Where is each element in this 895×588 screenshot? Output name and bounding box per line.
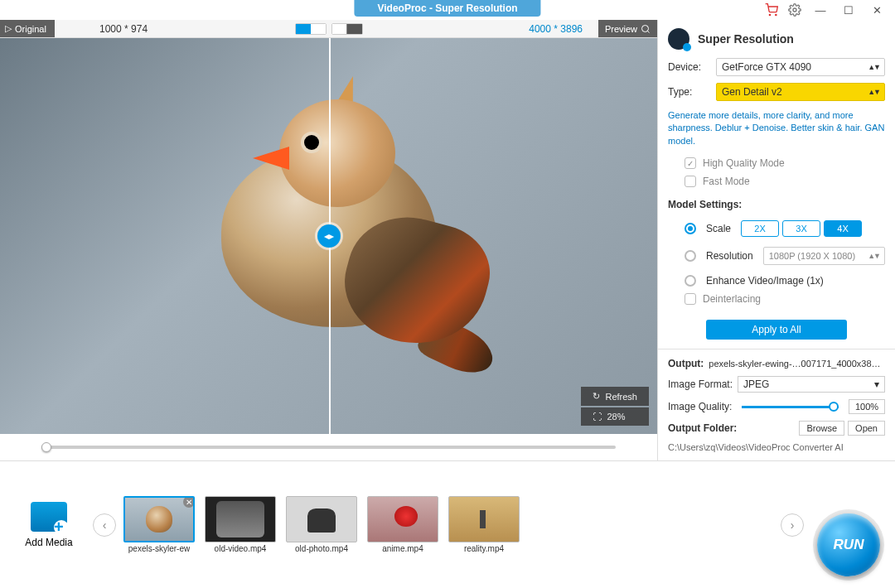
- deinterlacing-label: Deinterlacing: [703, 293, 761, 305]
- minimize-button[interactable]: —: [809, 2, 832, 18]
- svg-point-2: [793, 8, 796, 12]
- media-thumb-3[interactable]: anime.mp4: [366, 496, 439, 553]
- close-button[interactable]: ✕: [865, 2, 888, 18]
- model-settings-label: Model Settings:: [668, 199, 885, 210]
- preview-text: Preview: [605, 24, 637, 34]
- select-updown-icon: ▲▼: [868, 88, 879, 96]
- thumb-label: anime.mp4: [382, 544, 423, 553]
- quality-slider[interactable]: [742, 406, 839, 408]
- fast-mode-checkbox[interactable]: Fast Mode: [668, 176, 885, 187]
- maximize-button[interactable]: ☐: [837, 2, 860, 18]
- resolution-value: 1080P (1920 X 1080): [769, 251, 855, 261]
- split-view-toggle[interactable]: [295, 23, 327, 35]
- quality-thumb[interactable]: [829, 402, 839, 412]
- high-quality-label: High Quality Mode: [703, 157, 785, 169]
- original-text: Original: [15, 24, 46, 34]
- enhance-label: Enhance Video/Image (1x): [706, 275, 824, 287]
- seek-thumb[interactable]: [41, 442, 51, 452]
- output-filename: pexels-skyler-ewing-…007171_4000x3896.jp…: [709, 359, 885, 369]
- side-view-toggle[interactable]: [331, 23, 363, 35]
- run-button[interactable]: RUN: [817, 513, 880, 576]
- play-icon: ▷: [5, 23, 12, 34]
- svg-point-1: [776, 14, 776, 15]
- zoom-indicator[interactable]: ⛶ 28%: [581, 407, 649, 426]
- seek-track[interactable]: [41, 446, 616, 449]
- fast-mode-label: Fast Mode: [703, 176, 750, 187]
- scale-3x[interactable]: 3X: [782, 220, 820, 237]
- scale-4x[interactable]: 4X: [824, 220, 862, 237]
- type-description: Generate more details, more clarity, and…: [668, 108, 885, 151]
- svg-point-0: [769, 14, 770, 15]
- chevron-down-icon: ▾: [874, 378, 879, 390]
- high-quality-checkbox[interactable]: High Quality Mode: [668, 157, 885, 169]
- output-label: Output:: [668, 358, 704, 369]
- select-updown-icon: ▲▼: [868, 63, 879, 71]
- select-updown-icon: ▲▼: [868, 252, 879, 260]
- original-label[interactable]: ▷ Original: [0, 20, 55, 37]
- preview-label[interactable]: Preview: [598, 20, 657, 37]
- output-dimensions: 4000 * 3896: [529, 23, 583, 35]
- split-handle[interactable]: ◂▸: [317, 224, 341, 248]
- search-icon: [641, 24, 651, 34]
- quality-label: Image Quality:: [668, 401, 732, 412]
- app-title: VideoProc - Super Resolution: [354, 0, 540, 17]
- svg-point-3: [642, 25, 649, 31]
- refresh-icon: ↻: [593, 391, 600, 402]
- resolution-label: Resolution: [706, 250, 753, 262]
- thumb-close-icon[interactable]: ✕: [183, 496, 195, 508]
- add-media-icon: [31, 502, 67, 532]
- preview-canvas[interactable]: ◂▸ ↻ Refresh ⛶ 28%: [0, 38, 657, 434]
- format-label: Image Format:: [668, 378, 733, 390]
- thumbs-next[interactable]: ›: [781, 513, 804, 537]
- deinterlacing-checkbox[interactable]: Deinterlacing: [668, 293, 885, 305]
- gear-icon[interactable]: [786, 1, 804, 19]
- super-resolution-icon: [668, 28, 689, 50]
- scale-2x[interactable]: 2X: [741, 220, 779, 237]
- resolution-radio[interactable]: [685, 250, 696, 262]
- media-thumb-1[interactable]: old-video.mp4: [204, 496, 277, 553]
- thumb-label: old-photo.mp4: [295, 544, 348, 553]
- media-thumb-0[interactable]: ✕ pexels-skyler-ew: [123, 496, 196, 553]
- refresh-text: Refresh: [605, 392, 637, 402]
- quality-value: 100%: [849, 399, 885, 414]
- cart-icon[interactable]: [762, 1, 781, 19]
- folder-path: C:\Users\zq\Videos\VideoProc Converter A…: [668, 442, 885, 452]
- original-dimensions: 1000 * 974: [99, 23, 148, 35]
- device-value: GetForce GTX 4090: [722, 61, 811, 73]
- browse-button[interactable]: Browse: [799, 421, 844, 436]
- type-select[interactable]: Gen Detail v2 ▲▼: [716, 83, 885, 101]
- thumb-label: reality.mp4: [464, 544, 504, 553]
- svg-line-4: [647, 31, 649, 32]
- scale-label: Scale: [706, 223, 731, 234]
- refresh-button[interactable]: ↻ Refresh: [581, 387, 649, 406]
- thumb-label: old-video.mp4: [215, 544, 267, 553]
- device-label: Device:: [668, 61, 708, 73]
- type-label: Type:: [668, 86, 708, 98]
- thumb-label: pexels-skyler-ew: [128, 544, 190, 553]
- folder-label: Output Folder:: [668, 422, 737, 434]
- scale-radio[interactable]: [685, 223, 696, 234]
- type-value: Gen Detail v2: [722, 86, 782, 98]
- zoom-text: 28%: [607, 412, 625, 422]
- format-select[interactable]: JPEG ▾: [738, 376, 885, 393]
- thumbs-prev[interactable]: ‹: [93, 513, 116, 537]
- enhance-radio[interactable]: [685, 275, 696, 287]
- add-media-button[interactable]: Add Media: [12, 502, 86, 548]
- media-thumb-2[interactable]: old-photo.mp4: [285, 496, 358, 553]
- resolution-select[interactable]: 1080P (1920 X 1080) ▲▼: [763, 247, 885, 265]
- add-media-label: Add Media: [25, 537, 72, 548]
- device-select[interactable]: GetForce GTX 4090 ▲▼: [716, 58, 885, 76]
- open-button[interactable]: Open: [848, 421, 885, 436]
- panel-title: Super Resolution: [698, 32, 794, 46]
- apply-to-all-button[interactable]: Apply to All: [706, 320, 847, 340]
- focus-icon: ⛶: [593, 412, 602, 422]
- format-value: JPEG: [743, 378, 769, 390]
- media-thumb-4[interactable]: reality.mp4: [448, 496, 520, 553]
